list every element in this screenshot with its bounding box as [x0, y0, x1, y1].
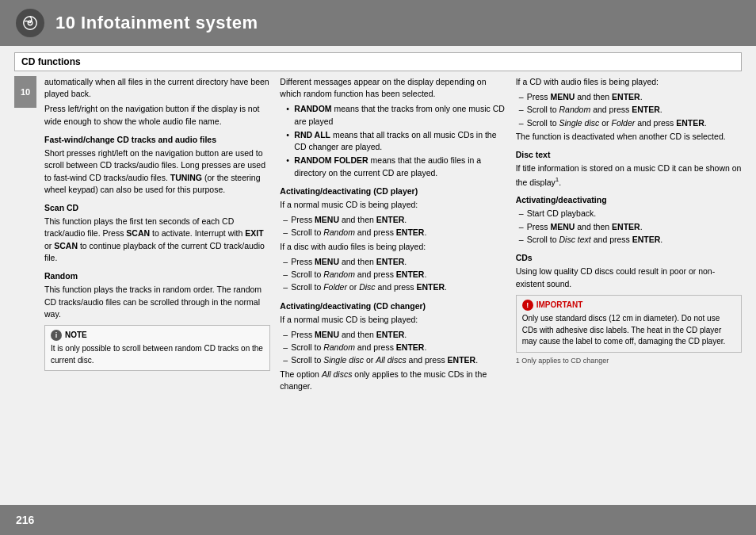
note-text: It is only possible to scroll between ra… [51, 343, 264, 366]
chapter-icon [16, 9, 44, 37]
page-wrapper: 10 Infotainment system CD functions 10 a… [0, 0, 756, 535]
col3-cds-body: Using low quality CD discs could result … [516, 266, 742, 289]
col3-heading3: CDs [516, 252, 742, 264]
col3-dash2-1: Start CD playback. [521, 208, 742, 220]
page-footer: 216 [0, 505, 756, 535]
page-tab-number: 10 [14, 76, 36, 108]
footnote-ref-sup: 1 [556, 176, 559, 183]
main-content: 10 automatically when all files in the c… [0, 76, 756, 505]
col2-footer-note: The option All discs only applies to the… [280, 369, 506, 392]
page-header: 10 Infotainment system [0, 0, 756, 46]
important-header: ! IMPORTANT [522, 300, 735, 311]
col2-dash2: Press MENU and then ENTER. Scroll to Ran… [284, 256, 506, 294]
content-area: CD functions 10 automatically when all f… [0, 46, 756, 505]
col3-dash1-1: Press MENU and then ENTER. [521, 91, 742, 103]
col3-dash2-3: Scroll to Disc text and press ENTER. [521, 234, 742, 246]
col1-body2: This function plays the first ten second… [44, 216, 270, 264]
col1-body3: This function plays the tracks in random… [44, 284, 270, 320]
col2-dash3: Press MENU and then ENTER. Scroll to Ran… [284, 329, 506, 367]
footer-page-number: 216 [16, 514, 34, 526]
col3-disc-text-body: If title information is stored on a musi… [516, 162, 742, 188]
col2-bullet-list: RANDOM means that the tracks from only o… [288, 103, 506, 178]
col2-dash1: Press MENU and then ENTER. Scroll to Ran… [284, 214, 506, 239]
col1-heading1: Fast-wind/change CD tracks and audio fil… [44, 134, 270, 146]
col2-dash2-3: Scroll to Folder or Disc and press ENTER… [284, 281, 506, 293]
col2-heading2: Activating/deactivating (CD changer) [280, 300, 506, 312]
col2-sub1: If a normal music CD is being played: [280, 199, 506, 211]
note-icon: i [51, 330, 62, 341]
col2-bullet3: RANDOM FOLDER means that the audio files… [288, 155, 506, 178]
col2-dash3-1: Press MENU and then ENTER. [284, 329, 506, 341]
col3-heading1: Disc text [516, 149, 742, 161]
col1-heading2: Scan CD [44, 202, 270, 214]
col2-dash1-2: Scroll to Random and press ENTER. [284, 227, 506, 239]
col2-sub2: If a disc with audio files is being play… [280, 241, 506, 253]
col3-dash1: Press MENU and then ENTER. Scroll to Ran… [521, 91, 742, 129]
col2-dash3-3: Scroll to Single disc or All discs and p… [284, 354, 506, 366]
col3-intro1: If a CD with audio files is being played… [516, 76, 742, 88]
important-header-text: IMPORTANT [536, 300, 583, 311]
col3-dash2: Start CD playback. Press MENU and then E… [521, 208, 742, 246]
column-1: automatically when all files in the curr… [44, 76, 270, 505]
footnote-text: 1 Only applies to CD changer [516, 356, 742, 366]
col2-intro1: Different messages appear on the display… [280, 76, 506, 100]
col1-intro1: automatically when all files in the curr… [44, 76, 270, 100]
col2-heading1: Activating/deactivating (CD player) [280, 185, 506, 197]
col2-dash2-1: Press MENU and then ENTER. [284, 256, 506, 268]
col1-heading3: Random [44, 270, 270, 282]
col2-dash2-2: Scroll to Random and press ENTER. [284, 269, 506, 281]
note-header: i NOTE [51, 330, 264, 342]
important-box: ! IMPORTANT Only use standard discs (12 … [516, 295, 742, 353]
col2-bullet1: RANDOM means that the tracks from only o… [288, 103, 506, 127]
col2-sub3: If a normal music CD is being played: [280, 314, 506, 326]
chapter-title: 10 Infotainment system [55, 13, 258, 33]
col2-bullet2: RND ALL means that all tracks on all mus… [288, 129, 506, 153]
col2-dash1-1: Press MENU and then ENTER. [284, 214, 506, 226]
col1-intro2: Press left/right on the navigation butto… [44, 103, 270, 127]
col3-dash2-2: Press MENU and then ENTER. [521, 221, 742, 233]
col1-body1: Short presses right/left on the navigati… [44, 147, 270, 196]
note-box: i NOTE It is only possible to scroll bet… [44, 325, 270, 372]
important-icon: ! [522, 300, 533, 311]
column-2: Different messages appear on the display… [280, 76, 506, 505]
columns: automatically when all files in the curr… [44, 76, 742, 505]
col2-dash3-2: Scroll to Random and press ENTER. [284, 342, 506, 353]
col3-heading2: Activating/deactivating [516, 194, 742, 206]
important-text: Only use standard discs (12 cm in diamet… [522, 313, 735, 348]
section-title: CD functions [14, 52, 742, 71]
col3-deactivate-note: The function is deactivated when another… [516, 131, 742, 143]
page-tab: 10 [14, 76, 36, 505]
note-header-text: NOTE [65, 330, 87, 342]
col3-dash1-2: Scroll to Random and press ENTER. [521, 104, 742, 116]
col3-dash1-3: Scroll to Single disc or Folder and pres… [521, 117, 742, 129]
column-3: If a CD with audio files is being played… [516, 76, 742, 505]
